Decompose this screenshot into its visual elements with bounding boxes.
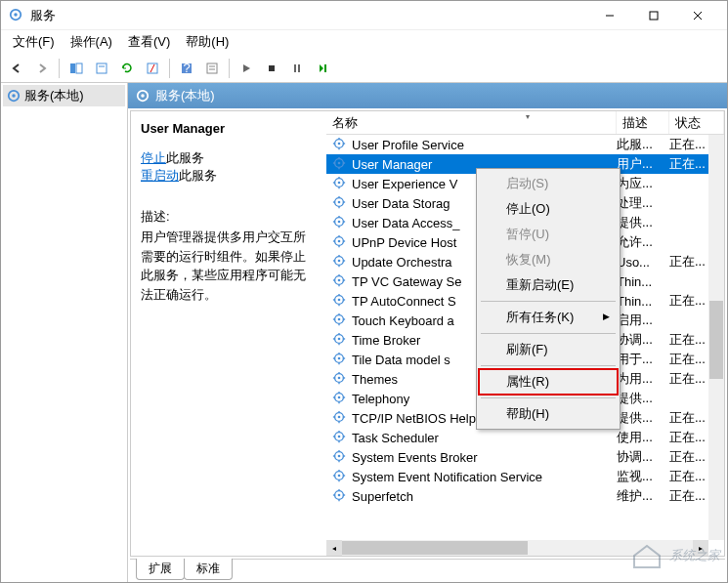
restart-link[interactable]: 重启动	[141, 168, 179, 183]
svg-text:?: ?	[183, 62, 190, 75]
svg-rect-19	[324, 64, 326, 72]
context-menu-item[interactable]: 属性(R)	[479, 369, 618, 395]
svg-point-61	[338, 260, 341, 263]
svg-point-79	[338, 318, 341, 321]
service-desc-cell: 启用...	[617, 312, 669, 329]
properties-button[interactable]	[200, 57, 224, 80]
show-hide-tree-button[interactable]	[64, 57, 88, 80]
context-menu-item[interactable]: 停止(O)	[479, 196, 618, 222]
context-menu-item: 暂停(U)	[479, 222, 618, 247]
svg-rect-16	[269, 65, 275, 71]
menu-action[interactable]: 操作(A)	[63, 31, 120, 53]
selected-service-name: User Manager	[141, 121, 317, 136]
column-name[interactable]: 名称	[326, 111, 617, 134]
toolbar-separator	[169, 59, 170, 78]
sort-indicator-icon: ▾	[526, 112, 530, 121]
gear-icon	[332, 430, 348, 445]
svg-point-127	[338, 475, 341, 478]
context-menu-item[interactable]: 帮助(H)	[479, 401, 618, 427]
svg-point-55	[338, 240, 341, 243]
services-app-icon	[9, 8, 24, 23]
gear-icon	[332, 352, 348, 367]
gear-icon	[332, 254, 348, 270]
service-desc-cell: 此服...	[617, 136, 669, 153]
scroll-left-button[interactable]: ◂	[326, 540, 342, 556]
service-row[interactable]: Task Scheduler使用...正在...	[326, 428, 724, 447]
menu-help[interactable]: 帮助(H)	[178, 31, 236, 53]
content-area: User Manager 停止此服务 重启动此服务 描述: 用户管理器提供多用户…	[130, 110, 725, 557]
menu-separator	[481, 333, 616, 334]
help-button[interactable]: ?	[175, 57, 198, 80]
export-list-button[interactable]	[141, 57, 164, 80]
service-desc-cell: 监视...	[617, 468, 669, 485]
svg-point-31	[338, 162, 341, 165]
service-desc-cell: 协调...	[617, 448, 669, 466]
pause-service-button[interactable]	[285, 57, 309, 80]
tab-standard[interactable]: 标准	[184, 559, 233, 580]
toolbar-separator	[59, 59, 60, 78]
service-row[interactable]: System Events Broker协调...正在...	[326, 447, 724, 467]
tab-extended[interactable]: 扩展	[136, 559, 185, 580]
service-name-cell: User Profile Service	[352, 138, 617, 152]
column-status[interactable]: 状态	[669, 111, 724, 134]
refresh-button[interactable]	[115, 57, 139, 80]
start-service-button[interactable]	[235, 57, 258, 80]
svg-rect-6	[70, 63, 75, 73]
svg-point-67	[338, 279, 341, 282]
back-button[interactable]	[5, 57, 28, 80]
stop-link[interactable]: 停止	[141, 150, 166, 165]
gear-icon	[136, 89, 150, 103]
svg-point-25	[338, 143, 341, 146]
service-row[interactable]: Superfetch维护...正在...	[326, 486, 724, 506]
context-menu-item[interactable]: 所有任务(K)	[479, 305, 618, 330]
service-row[interactable]: User Profile Service此服...正在...	[326, 135, 724, 154]
context-menu-item: 恢复(M)	[479, 247, 618, 272]
tree-node-services-local[interactable]: 服务(本地)	[3, 85, 125, 106]
horizontal-scrollbar[interactable]: ◂ ▸	[326, 540, 708, 556]
gear-icon	[332, 137, 348, 152]
context-menu-item: 启动(S)	[479, 171, 618, 196]
menu-separator	[481, 365, 616, 366]
svg-rect-7	[76, 63, 82, 73]
service-desc-cell: 用于...	[617, 351, 669, 368]
context-menu-item[interactable]: 重新启动(E)	[479, 272, 618, 298]
gear-icon	[332, 410, 348, 426]
svg-point-103	[338, 396, 341, 399]
gear-icon	[7, 89, 21, 103]
svg-point-21	[12, 94, 16, 98]
service-name-cell: Superfetch	[352, 489, 617, 504]
service-desc-cell: Thin...	[617, 294, 669, 309]
menu-view[interactable]: 查看(V)	[120, 31, 178, 53]
svg-point-85	[338, 338, 341, 341]
svg-point-109	[338, 416, 341, 419]
service-name-cell: System Event Notification Service	[352, 470, 617, 484]
service-desc-cell: 为应...	[617, 175, 669, 192]
service-desc-cell: 允许...	[617, 233, 669, 251]
maximize-button[interactable]	[631, 1, 675, 30]
forward-button[interactable]	[30, 57, 54, 80]
gear-icon	[332, 176, 348, 191]
minimize-button[interactable]	[587, 1, 631, 30]
svg-rect-8	[97, 63, 107, 73]
gear-icon	[332, 234, 348, 250]
restart-service-button[interactable]	[311, 57, 334, 80]
close-button[interactable]	[675, 1, 719, 30]
svg-rect-13	[207, 63, 217, 73]
service-desc-cell: 维护...	[617, 487, 669, 505]
vertical-scrollbar[interactable]	[708, 135, 724, 540]
service-row[interactable]: System Event Notification Service监视...正在…	[326, 467, 724, 486]
column-description[interactable]: 描述	[617, 111, 669, 134]
service-desc-cell: 使用...	[617, 429, 669, 446]
export-button[interactable]	[90, 57, 113, 80]
service-name-cell: System Events Broker	[352, 450, 617, 465]
service-desc-cell: 提供...	[617, 214, 669, 231]
window-title: 服务	[30, 7, 587, 24]
scrollbar-thumb[interactable]	[709, 301, 723, 379]
scroll-right-button[interactable]: ▸	[693, 540, 708, 556]
gear-icon	[332, 273, 348, 289]
detail-panel: User Manager 停止此服务 重启动此服务 描述: 用户管理器提供多用户…	[131, 111, 326, 556]
stop-service-button[interactable]	[260, 57, 283, 80]
menu-file[interactable]: 文件(F)	[5, 31, 63, 53]
context-menu-item[interactable]: 刷新(F)	[479, 337, 618, 362]
scrollbar-thumb[interactable]	[342, 541, 528, 555]
